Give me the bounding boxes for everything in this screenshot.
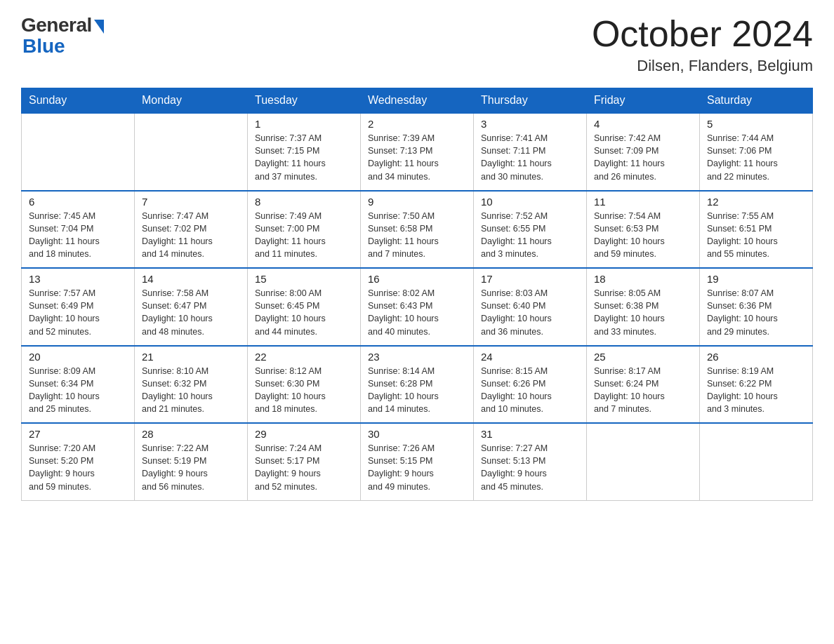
logo: General Blue bbox=[21, 14, 104, 58]
title-section: October 2024 Dilsen, Flanders, Belgium bbox=[592, 14, 813, 75]
day-info: Sunrise: 8:00 AM Sunset: 6:45 PM Dayligh… bbox=[255, 287, 353, 338]
day-info: Sunrise: 8:15 AM Sunset: 6:26 PM Dayligh… bbox=[481, 365, 579, 416]
day-number: 18 bbox=[594, 273, 692, 285]
day-info: Sunrise: 8:02 AM Sunset: 6:43 PM Dayligh… bbox=[368, 287, 466, 338]
day-number: 28 bbox=[142, 428, 240, 440]
day-info: Sunrise: 7:37 AM Sunset: 7:15 PM Dayligh… bbox=[255, 132, 353, 183]
location-text: Dilsen, Flanders, Belgium bbox=[592, 57, 813, 75]
day-info: Sunrise: 8:10 AM Sunset: 6:32 PM Dayligh… bbox=[142, 365, 240, 416]
day-info: Sunrise: 7:49 AM Sunset: 7:00 PM Dayligh… bbox=[255, 210, 353, 261]
day-number: 11 bbox=[594, 196, 692, 208]
logo-blue-text: Blue bbox=[21, 35, 65, 58]
day-number: 2 bbox=[368, 118, 466, 130]
day-info: Sunrise: 8:09 AM Sunset: 6:34 PM Dayligh… bbox=[29, 365, 127, 416]
day-info: Sunrise: 8:03 AM Sunset: 6:40 PM Dayligh… bbox=[481, 287, 579, 338]
calendar-cell: 20Sunrise: 8:09 AM Sunset: 6:34 PM Dayli… bbox=[22, 346, 135, 424]
column-header-thursday: Thursday bbox=[474, 88, 587, 114]
calendar-cell: 17Sunrise: 8:03 AM Sunset: 6:40 PM Dayli… bbox=[474, 268, 587, 346]
day-number: 3 bbox=[481, 118, 579, 130]
calendar-cell: 11Sunrise: 7:54 AM Sunset: 6:53 PM Dayli… bbox=[587, 191, 700, 269]
calendar-cell: 15Sunrise: 8:00 AM Sunset: 6:45 PM Dayli… bbox=[248, 268, 361, 346]
day-number: 24 bbox=[481, 351, 579, 363]
day-number: 16 bbox=[368, 273, 466, 285]
day-number: 21 bbox=[142, 351, 240, 363]
calendar-cell: 14Sunrise: 7:58 AM Sunset: 6:47 PM Dayli… bbox=[135, 268, 248, 346]
day-info: Sunrise: 7:55 AM Sunset: 6:51 PM Dayligh… bbox=[707, 210, 805, 261]
calendar-week-row: 20Sunrise: 8:09 AM Sunset: 6:34 PM Dayli… bbox=[22, 346, 813, 424]
calendar-cell: 25Sunrise: 8:17 AM Sunset: 6:24 PM Dayli… bbox=[587, 346, 700, 424]
calendar-cell: 28Sunrise: 7:22 AM Sunset: 5:19 PM Dayli… bbox=[135, 423, 248, 500]
calendar-cell: 10Sunrise: 7:52 AM Sunset: 6:55 PM Dayli… bbox=[474, 191, 587, 269]
day-number: 12 bbox=[707, 196, 805, 208]
calendar-cell: 18Sunrise: 8:05 AM Sunset: 6:38 PM Dayli… bbox=[587, 268, 700, 346]
calendar-cell: 2Sunrise: 7:39 AM Sunset: 7:13 PM Daylig… bbox=[361, 113, 474, 191]
day-info: Sunrise: 7:47 AM Sunset: 7:02 PM Dayligh… bbox=[142, 210, 240, 261]
day-info: Sunrise: 7:52 AM Sunset: 6:55 PM Dayligh… bbox=[481, 210, 579, 261]
day-info: Sunrise: 8:12 AM Sunset: 6:30 PM Dayligh… bbox=[255, 365, 353, 416]
day-info: Sunrise: 7:39 AM Sunset: 7:13 PM Dayligh… bbox=[368, 132, 466, 183]
day-number: 31 bbox=[481, 428, 579, 440]
column-header-monday: Monday bbox=[135, 88, 248, 114]
day-number: 20 bbox=[29, 351, 127, 363]
calendar-cell bbox=[700, 423, 813, 500]
calendar-cell: 13Sunrise: 7:57 AM Sunset: 6:49 PM Dayli… bbox=[22, 268, 135, 346]
day-info: Sunrise: 7:22 AM Sunset: 5:19 PM Dayligh… bbox=[142, 442, 240, 493]
calendar-cell bbox=[22, 113, 135, 191]
logo-general-text: General bbox=[21, 14, 92, 36]
day-info: Sunrise: 7:57 AM Sunset: 6:49 PM Dayligh… bbox=[29, 287, 127, 338]
calendar-cell: 19Sunrise: 8:07 AM Sunset: 6:36 PM Dayli… bbox=[700, 268, 813, 346]
calendar-cell: 24Sunrise: 8:15 AM Sunset: 6:26 PM Dayli… bbox=[474, 346, 587, 424]
day-info: Sunrise: 7:20 AM Sunset: 5:20 PM Dayligh… bbox=[29, 442, 127, 493]
day-info: Sunrise: 7:54 AM Sunset: 6:53 PM Dayligh… bbox=[594, 210, 692, 261]
day-info: Sunrise: 7:45 AM Sunset: 7:04 PM Dayligh… bbox=[29, 210, 127, 261]
day-info: Sunrise: 7:41 AM Sunset: 7:11 PM Dayligh… bbox=[481, 132, 579, 183]
column-header-wednesday: Wednesday bbox=[361, 88, 474, 114]
day-info: Sunrise: 8:05 AM Sunset: 6:38 PM Dayligh… bbox=[594, 287, 692, 338]
calendar-cell: 30Sunrise: 7:26 AM Sunset: 5:15 PM Dayli… bbox=[361, 423, 474, 500]
calendar-cell: 1Sunrise: 7:37 AM Sunset: 7:15 PM Daylig… bbox=[248, 113, 361, 191]
day-number: 30 bbox=[368, 428, 466, 440]
day-info: Sunrise: 7:58 AM Sunset: 6:47 PM Dayligh… bbox=[142, 287, 240, 338]
calendar-week-row: 27Sunrise: 7:20 AM Sunset: 5:20 PM Dayli… bbox=[22, 423, 813, 500]
calendar-week-row: 1Sunrise: 7:37 AM Sunset: 7:15 PM Daylig… bbox=[22, 113, 813, 191]
day-number: 4 bbox=[594, 118, 692, 130]
day-info: Sunrise: 7:44 AM Sunset: 7:06 PM Dayligh… bbox=[707, 132, 805, 183]
day-info: Sunrise: 7:27 AM Sunset: 5:13 PM Dayligh… bbox=[481, 442, 579, 493]
day-number: 1 bbox=[255, 118, 353, 130]
calendar-cell: 22Sunrise: 8:12 AM Sunset: 6:30 PM Dayli… bbox=[248, 346, 361, 424]
logo-arrow-icon bbox=[94, 20, 104, 34]
page-header: General Blue October 2024 Dilsen, Flande… bbox=[21, 14, 813, 75]
day-number: 7 bbox=[142, 196, 240, 208]
day-info: Sunrise: 8:17 AM Sunset: 6:24 PM Dayligh… bbox=[594, 365, 692, 416]
day-number: 6 bbox=[29, 196, 127, 208]
calendar-cell: 26Sunrise: 8:19 AM Sunset: 6:22 PM Dayli… bbox=[700, 346, 813, 424]
calendar-cell: 29Sunrise: 7:24 AM Sunset: 5:17 PM Dayli… bbox=[248, 423, 361, 500]
day-number: 5 bbox=[707, 118, 805, 130]
column-header-sunday: Sunday bbox=[22, 88, 135, 114]
calendar-cell: 31Sunrise: 7:27 AM Sunset: 5:13 PM Dayli… bbox=[474, 423, 587, 500]
month-title: October 2024 bbox=[592, 14, 813, 54]
calendar-cell: 12Sunrise: 7:55 AM Sunset: 6:51 PM Dayli… bbox=[700, 191, 813, 269]
day-number: 29 bbox=[255, 428, 353, 440]
calendar-cell: 5Sunrise: 7:44 AM Sunset: 7:06 PM Daylig… bbox=[700, 113, 813, 191]
calendar-cell: 7Sunrise: 7:47 AM Sunset: 7:02 PM Daylig… bbox=[135, 191, 248, 269]
calendar-cell: 4Sunrise: 7:42 AM Sunset: 7:09 PM Daylig… bbox=[587, 113, 700, 191]
day-number: 27 bbox=[29, 428, 127, 440]
calendar-header-row: SundayMondayTuesdayWednesdayThursdayFrid… bbox=[22, 88, 813, 114]
calendar-cell: 23Sunrise: 8:14 AM Sunset: 6:28 PM Dayli… bbox=[361, 346, 474, 424]
day-info: Sunrise: 7:50 AM Sunset: 6:58 PM Dayligh… bbox=[368, 210, 466, 261]
calendar-cell: 27Sunrise: 7:20 AM Sunset: 5:20 PM Dayli… bbox=[22, 423, 135, 500]
day-info: Sunrise: 8:19 AM Sunset: 6:22 PM Dayligh… bbox=[707, 365, 805, 416]
calendar-cell bbox=[587, 423, 700, 500]
day-info: Sunrise: 8:07 AM Sunset: 6:36 PM Dayligh… bbox=[707, 287, 805, 338]
calendar-week-row: 13Sunrise: 7:57 AM Sunset: 6:49 PM Dayli… bbox=[22, 268, 813, 346]
day-info: Sunrise: 7:42 AM Sunset: 7:09 PM Dayligh… bbox=[594, 132, 692, 183]
day-number: 8 bbox=[255, 196, 353, 208]
calendar-week-row: 6Sunrise: 7:45 AM Sunset: 7:04 PM Daylig… bbox=[22, 191, 813, 269]
day-number: 26 bbox=[707, 351, 805, 363]
calendar-cell: 21Sunrise: 8:10 AM Sunset: 6:32 PM Dayli… bbox=[135, 346, 248, 424]
day-number: 10 bbox=[481, 196, 579, 208]
day-number: 19 bbox=[707, 273, 805, 285]
day-number: 23 bbox=[368, 351, 466, 363]
calendar-cell: 8Sunrise: 7:49 AM Sunset: 7:00 PM Daylig… bbox=[248, 191, 361, 269]
